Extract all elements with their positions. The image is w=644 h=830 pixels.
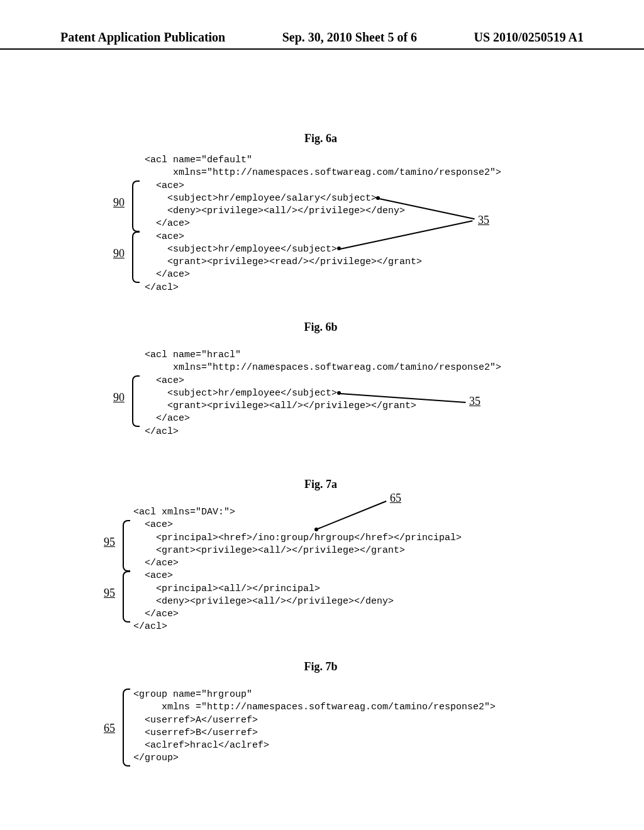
ref-95-a: 95 (104, 536, 115, 549)
ref-35-6a: 35 (478, 214, 489, 227)
figure-7b-section: Fig. 7b (0, 660, 644, 673)
figure-6a-section: Fig. 6a (0, 132, 644, 145)
brace-7a-1 (123, 520, 130, 572)
brace-6a-2 (132, 231, 140, 283)
header-right: US 2010/0250519 A1 (474, 30, 584, 45)
ref-65-7a: 65 (390, 492, 401, 505)
ref-90-a: 90 (113, 196, 125, 209)
figure-6a-label: Fig. 6a (289, 132, 352, 145)
figure-7a-label: Fig. 7a (289, 478, 352, 491)
ref-90-b: 90 (113, 247, 125, 260)
brace-6b (132, 375, 140, 427)
brace-7a-2 (123, 571, 130, 622)
figure-7b-code: <group name="hrgroup" xmlns ="http://nam… (133, 689, 496, 765)
figure-6b-label: Fig. 6b (289, 321, 352, 334)
header-center: Sep. 30, 2010 Sheet 5 of 6 (282, 30, 417, 45)
ref-35-6b: 35 (469, 395, 480, 408)
figure-6b-code: <acl name="hracl" xmlns="http://namespac… (145, 349, 501, 438)
ref-65-7b: 65 (104, 722, 115, 735)
figure-6b-section: Fig. 6b (0, 321, 644, 334)
figure-7b-label: Fig. 7b (289, 660, 352, 673)
brace-7b (123, 689, 130, 766)
brace-6a-1 (132, 180, 140, 232)
figure-7a-section: Fig. 7a (0, 478, 644, 491)
header-left: Patent Application Publication (60, 30, 225, 45)
ref-95-b: 95 (104, 587, 115, 600)
figure-6a-code: <acl name="default" xmlns="http://namesp… (145, 154, 501, 294)
page-header: Patent Application Publication Sep. 30, … (0, 30, 644, 50)
figure-7a-code: <acl xmlns="DAV:"> <ace> <principal><hre… (133, 506, 462, 634)
ref-90-6b: 90 (113, 391, 125, 404)
